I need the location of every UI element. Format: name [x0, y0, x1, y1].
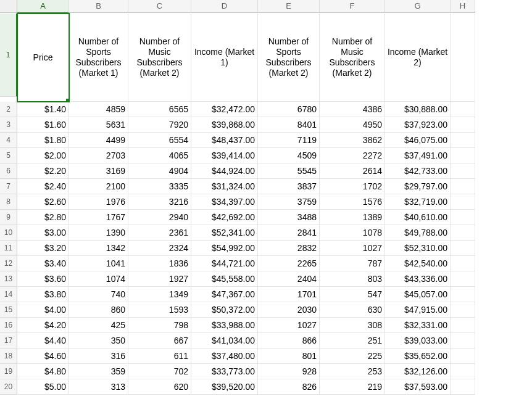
cell-H11[interactable]	[451, 241, 475, 256]
cell-E9[interactable]: 3488	[258, 210, 320, 225]
cell-F2[interactable]: 4386	[320, 102, 385, 117]
cell-F16[interactable]: 308	[320, 318, 385, 333]
column-header-D[interactable]: D	[191, 0, 258, 13]
cell-G6[interactable]: $42,733.00	[385, 163, 451, 179]
cell-D17[interactable]: $41,034.00	[191, 333, 258, 349]
cell-B13[interactable]: 1074	[69, 271, 128, 287]
cell-G15[interactable]: $47,915.00	[385, 302, 451, 318]
row-header-10[interactable]: 10	[0, 225, 17, 241]
cell-C7[interactable]: 3335	[128, 179, 191, 194]
cell-H10[interactable]	[451, 225, 475, 241]
cell-D4[interactable]: $48,437.00	[191, 133, 258, 148]
row-header-9[interactable]: 9	[0, 210, 17, 225]
cell-A1[interactable]: Price	[17, 14, 69, 102]
cell-E12[interactable]: 2265	[258, 256, 320, 271]
cell-B3[interactable]: 5631	[69, 117, 128, 133]
cell-H18[interactable]	[451, 349, 475, 364]
cell-E5[interactable]: 4509	[258, 148, 320, 163]
cell-C20[interactable]: 620	[128, 379, 191, 395]
cell-D12[interactable]: $44,721.00	[191, 256, 258, 271]
cell-D14[interactable]: $47,367.00	[191, 287, 258, 302]
cell-G2[interactable]: $30,888.00	[385, 102, 451, 117]
cell-B8[interactable]: 1976	[69, 194, 128, 210]
cell-A4[interactable]: $1.80	[17, 133, 69, 148]
cell-E10[interactable]: 2841	[258, 225, 320, 241]
cell-B16[interactable]: 425	[69, 318, 128, 333]
cell-C12[interactable]: 1836	[128, 256, 191, 271]
cell-C17[interactable]: 667	[128, 333, 191, 349]
cell-A17[interactable]: $4.40	[17, 333, 69, 349]
cell-H14[interactable]	[451, 287, 475, 302]
cell-D1[interactable]: Income (Market 1)	[191, 14, 258, 102]
cell-D16[interactable]: $33,988.00	[191, 318, 258, 333]
cell-A10[interactable]: $3.00	[17, 225, 69, 241]
cell-F3[interactable]: 4950	[320, 117, 385, 133]
cell-G20[interactable]: $37,593.00	[385, 379, 451, 395]
cell-G18[interactable]: $35,652.00	[385, 349, 451, 364]
cell-F19[interactable]: 253	[320, 364, 385, 379]
cell-G4[interactable]: $46,075.00	[385, 133, 451, 148]
row-header-8[interactable]: 8	[0, 194, 17, 210]
cell-D18[interactable]: $37,480.00	[191, 349, 258, 364]
cell-E19[interactable]: 928	[258, 364, 320, 379]
cell-D2[interactable]: $32,472.00	[191, 102, 258, 117]
row-header-2[interactable]: 2	[0, 102, 17, 117]
cell-F18[interactable]: 225	[320, 349, 385, 364]
cell-E17[interactable]: 866	[258, 333, 320, 349]
cell-C14[interactable]: 1349	[128, 287, 191, 302]
cell-B9[interactable]: 1767	[69, 210, 128, 225]
cell-E18[interactable]: 801	[258, 349, 320, 364]
cell-E7[interactable]: 3837	[258, 179, 320, 194]
cell-H12[interactable]	[451, 256, 475, 271]
row-header-11[interactable]: 11	[0, 241, 17, 256]
cell-A9[interactable]: $2.80	[17, 210, 69, 225]
cell-E6[interactable]: 5545	[258, 163, 320, 179]
cell-C13[interactable]: 1927	[128, 271, 191, 287]
cell-G11[interactable]: $52,310.00	[385, 241, 451, 256]
cell-C10[interactable]: 2361	[128, 225, 191, 241]
cell-B10[interactable]: 1390	[69, 225, 128, 241]
column-header-B[interactable]: B	[69, 0, 128, 13]
cell-A16[interactable]: $4.20	[17, 318, 69, 333]
cell-H8[interactable]	[451, 194, 475, 210]
cell-C19[interactable]: 702	[128, 364, 191, 379]
row-header-1[interactable]: 1	[0, 14, 17, 97]
cell-D8[interactable]: $34,397.00	[191, 194, 258, 210]
cell-E4[interactable]: 7119	[258, 133, 320, 148]
cell-H6[interactable]	[451, 163, 475, 179]
cell-C18[interactable]: 611	[128, 349, 191, 364]
row-header-20[interactable]: 20	[0, 379, 17, 395]
cell-F9[interactable]: 1389	[320, 210, 385, 225]
column-header-H[interactable]: H	[451, 0, 475, 13]
cell-A7[interactable]: $2.40	[17, 179, 69, 194]
cell-E1[interactable]: Number of Sports Subscribers (Market 2)	[258, 14, 320, 102]
cell-C6[interactable]: 4904	[128, 163, 191, 179]
cell-B5[interactable]: 2703	[69, 148, 128, 163]
cell-F14[interactable]: 547	[320, 287, 385, 302]
cell-C3[interactable]: 7920	[128, 117, 191, 133]
cell-H3[interactable]	[451, 117, 475, 133]
cell-A18[interactable]: $4.60	[17, 349, 69, 364]
cell-A8[interactable]: $2.60	[17, 194, 69, 210]
cell-G9[interactable]: $40,610.00	[385, 210, 451, 225]
cell-B2[interactable]: 4859	[69, 102, 128, 117]
cell-G3[interactable]: $37,923.00	[385, 117, 451, 133]
cell-H2[interactable]	[451, 102, 475, 117]
cell-G17[interactable]: $39,033.00	[385, 333, 451, 349]
cell-D6[interactable]: $44,924.00	[191, 163, 258, 179]
row-header-4[interactable]: 4	[0, 133, 17, 148]
cell-B14[interactable]: 740	[69, 287, 128, 302]
cell-E8[interactable]: 3759	[258, 194, 320, 210]
cell-D10[interactable]: $52,341.00	[191, 225, 258, 241]
cell-D15[interactable]: $50,372.00	[191, 302, 258, 318]
row-header-7[interactable]: 7	[0, 179, 17, 194]
cell-D13[interactable]: $45,558.00	[191, 271, 258, 287]
cell-E20[interactable]: 826	[258, 379, 320, 395]
cell-F17[interactable]: 251	[320, 333, 385, 349]
cell-G8[interactable]: $32,719.00	[385, 194, 451, 210]
cell-B20[interactable]: 313	[69, 379, 128, 395]
cell-H19[interactable]	[451, 364, 475, 379]
cell-A12[interactable]: $3.40	[17, 256, 69, 271]
cell-B4[interactable]: 4499	[69, 133, 128, 148]
row-header-18[interactable]: 18	[0, 349, 17, 364]
